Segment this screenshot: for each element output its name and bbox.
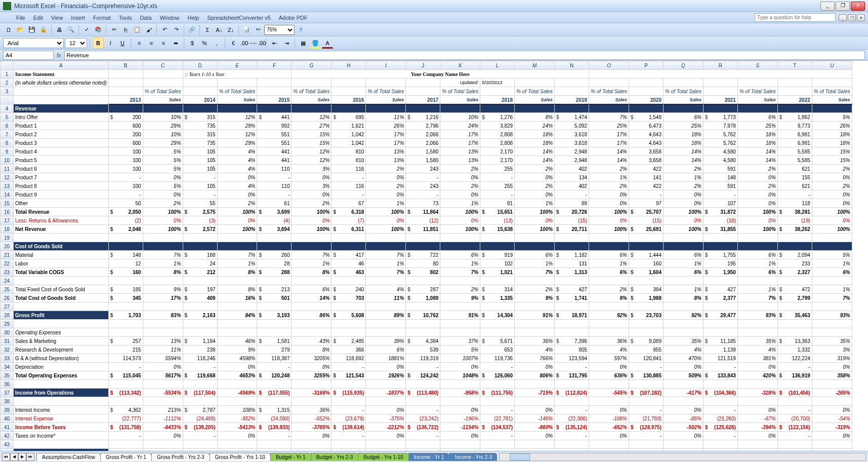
cell[interactable]: $1,604 [629, 268, 664, 277]
cell[interactable]: - [703, 432, 737, 440]
cell[interactable]: 3205% [292, 354, 332, 363]
row-header[interactable]: 28 [1, 311, 14, 320]
cell[interactable]: 255 [480, 165, 515, 173]
cell[interactable]: 7% [589, 113, 629, 122]
cell[interactable]: $(113,480) [406, 389, 440, 397]
cell[interactable]: 0% [366, 363, 406, 371]
sheet-tab[interactable]: Gross Profit - Yr 1 [100, 453, 152, 461]
sheet-tab[interactable]: Assumptions-CashFlow [36, 453, 101, 461]
cell[interactable]: $2,787 [183, 406, 217, 414]
cell[interactable]: 9% [440, 294, 480, 302]
cell[interactable]: 6% [664, 113, 704, 122]
cell[interactable]: 539 [406, 345, 440, 354]
column-header-K[interactable]: K [440, 61, 480, 70]
cell[interactable]: 37% [440, 337, 480, 345]
cell[interactable]: 4,580 [703, 156, 737, 165]
cell[interactable]: 5,585 [777, 156, 812, 165]
column-header-G[interactable]: G [292, 61, 332, 70]
format-painter-icon[interactable]: 🖌 [143, 24, 154, 35]
cell[interactable]: $1,988 [629, 294, 664, 302]
cell[interactable]: 11% [143, 345, 183, 354]
cell[interactable]: $1,315 [257, 406, 292, 414]
cell[interactable]: 810 [332, 147, 366, 156]
cell[interactable]: 1,580 [406, 156, 440, 165]
cell[interactable]: 17% [143, 294, 183, 302]
cell[interactable]: $130,885 [629, 371, 664, 380]
cell[interactable]: 2% [292, 199, 332, 208]
cell[interactable]: 100% [589, 208, 629, 216]
cell[interactable]: - [555, 363, 589, 371]
cell[interactable]: 107 [703, 199, 737, 208]
cell[interactable]: 0% [292, 432, 332, 440]
cell[interactable]: $124,242 [406, 371, 440, 380]
cell[interactable]: 2% [515, 182, 555, 190]
cell[interactable]: 955 [629, 345, 664, 354]
cell[interactable]: 17% [440, 130, 480, 139]
cell[interactable]: $1,335 [480, 294, 515, 302]
cell[interactable]: 4% [589, 345, 629, 354]
cell[interactable]: 25% [589, 122, 629, 130]
sheet-tab[interactable]: Budget - Yr 1 [270, 453, 311, 461]
cell[interactable]: $11,851 [406, 225, 440, 234]
cell[interactable]: 35% [812, 337, 852, 345]
print-preview-icon[interactable]: 🔍 [65, 24, 76, 35]
cell[interactable]: -3785% [292, 449, 332, 451]
cell[interactable]: 806% [515, 371, 555, 380]
row-header[interactable]: 33 [1, 354, 14, 363]
cell[interactable]: 25% [737, 122, 777, 130]
row-header[interactable]: 39 [1, 406, 14, 414]
cell[interactable]: 5594% [143, 354, 183, 363]
cell[interactable]: 0% [589, 190, 629, 199]
cell[interactable]: 6,981 [777, 139, 812, 147]
cell[interactable]: 1% [589, 259, 629, 268]
cell[interactable]: 14% [664, 156, 704, 165]
cell[interactable]: -5413% [217, 423, 257, 432]
row-header[interactable]: 20 [1, 242, 14, 251]
cell[interactable]: 509% [664, 371, 704, 380]
increase-indent-button[interactable]: ⇥ [281, 37, 292, 49]
cell[interactable]: 3% [812, 345, 852, 354]
cell[interactable]: - [332, 363, 366, 371]
cell[interactable]: -67% [737, 414, 777, 423]
fill-color-button[interactable]: 🪣 [310, 37, 321, 49]
cell[interactable]: 0% [143, 190, 183, 199]
cell[interactable]: 3,829 [480, 122, 515, 130]
cell[interactable]: $2,327 [777, 268, 812, 277]
cell[interactable]: 1% [812, 285, 852, 294]
cell[interactable]: 50 [108, 199, 143, 208]
cell[interactable]: 238 [183, 345, 217, 354]
close-button[interactable]: ✕ [851, 2, 865, 11]
cell[interactable]: 0% [143, 216, 183, 225]
column-header-S[interactable]: S [737, 61, 777, 70]
cell[interactable]: 735 [183, 122, 217, 130]
cell[interactable]: $(139,205) [183, 449, 217, 451]
cell[interactable]: $14,304 [480, 311, 515, 320]
cell[interactable]: 55 [183, 199, 217, 208]
row-header[interactable]: 22 [1, 259, 14, 268]
cell[interactable]: 0% [292, 363, 332, 371]
cell[interactable]: 2% [217, 199, 257, 208]
cell[interactable]: $200 [108, 113, 143, 122]
cell[interactable]: 422 [629, 182, 664, 190]
cell[interactable]: 420% [737, 371, 777, 380]
cell[interactable]: 2% [515, 285, 555, 294]
cell[interactable]: 2,808 [480, 130, 515, 139]
cell[interactable]: -502% [664, 449, 704, 451]
cell[interactable]: 7% [440, 268, 480, 277]
cell[interactable]: 0% [737, 216, 777, 225]
column-header-P[interactable]: P [629, 61, 664, 70]
cell[interactable]: $126,060 [480, 371, 515, 380]
cell[interactable]: 18% [515, 139, 555, 147]
cell[interactable]: 0% [366, 216, 406, 225]
cell[interactable]: 18% [737, 130, 777, 139]
cell[interactable]: 46% [217, 337, 257, 345]
cell[interactable]: - [183, 363, 217, 371]
cell[interactable]: 402 [555, 165, 589, 173]
cell[interactable]: - [480, 432, 515, 440]
cell[interactable]: 36% [515, 337, 555, 345]
cell[interactable]: 0% [440, 363, 480, 371]
cell[interactable]: 18% [737, 139, 777, 147]
cell[interactable]: 233 [777, 259, 812, 268]
tab-nav-button[interactable]: ▶ [18, 453, 26, 461]
cell[interactable]: $31,872 [703, 208, 737, 216]
